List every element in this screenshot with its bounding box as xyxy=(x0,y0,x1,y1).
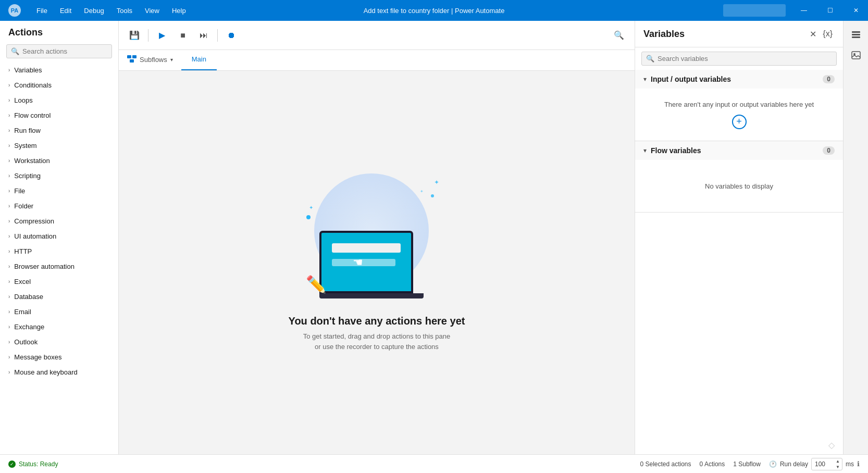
input-output-variables-header[interactable]: ▾ Input / output variables 0 xyxy=(635,70,843,89)
action-item-flow-control[interactable]: ›Flow control xyxy=(0,108,118,123)
action-item-variables[interactable]: ›Variables xyxy=(0,63,118,78)
run-delay-up[interactable]: ▲ xyxy=(834,458,842,464)
toolbar-separator-1 xyxy=(148,29,148,42)
action-item-message-boxes[interactable]: ›Message boxes xyxy=(0,350,118,365)
titlebar-left: PA File Edit Debug Tools View Help xyxy=(4,4,191,17)
run-delay-value: 100 xyxy=(812,459,834,469)
action-item-label: Email xyxy=(14,308,31,316)
menu-debug[interactable]: Debug xyxy=(79,5,109,17)
action-item-browser-automation[interactable]: ›Browser automation xyxy=(0,259,118,274)
action-item-file[interactable]: ›File xyxy=(0,183,118,198)
run-delay-arrows: ▲ ▼ xyxy=(834,458,842,470)
search-actions-input[interactable] xyxy=(22,47,107,55)
flow-variables-body: No variables to display xyxy=(635,160,843,212)
action-item-workstation[interactable]: ›Workstation xyxy=(0,153,118,168)
flow-variables-header[interactable]: ▾ Flow variables 0 xyxy=(635,141,843,160)
action-item-email[interactable]: ›Email xyxy=(0,304,118,319)
status-label: Status: Ready xyxy=(19,460,58,468)
minimize-button[interactable]: — xyxy=(792,0,816,21)
action-item-http[interactable]: ›HTTP xyxy=(0,244,118,259)
step-button[interactable]: ⏭ xyxy=(194,26,213,45)
titlebar: PA File Edit Debug Tools View Help Add t… xyxy=(0,0,868,21)
action-item-label: Folder xyxy=(14,202,33,210)
rail-image-button[interactable] xyxy=(847,46,865,65)
status-icon: ✓ xyxy=(8,460,16,468)
search-variables-input[interactable] xyxy=(658,55,832,63)
variables-code-button[interactable]: {x} xyxy=(821,27,835,41)
subflows-tab[interactable]: Subflows ▾ xyxy=(119,50,181,70)
info-icon: ℹ xyxy=(857,460,860,468)
action-item-folder[interactable]: ›Folder xyxy=(0,198,118,214)
action-item-compression[interactable]: ›Compression xyxy=(0,214,118,229)
menu-view[interactable]: View xyxy=(140,5,165,17)
action-item-outlook[interactable]: ›Outlook xyxy=(0,334,118,350)
close-button[interactable]: ✕ xyxy=(844,0,868,21)
cursor-icon: ☚ xyxy=(353,256,363,269)
chevron-right-icon: › xyxy=(8,128,10,133)
main-tab[interactable]: Main xyxy=(181,50,217,70)
menu-edit[interactable]: Edit xyxy=(55,5,77,17)
add-input-output-variable-button[interactable]: + xyxy=(732,115,747,129)
action-item-label: System xyxy=(14,142,36,150)
action-item-label: Excel xyxy=(14,278,31,285)
actions-panel: Actions 🔍 ›Variables›Conditionals›Loops›… xyxy=(0,21,119,454)
action-item-label: File xyxy=(14,187,25,195)
expand-icon-2: ▾ xyxy=(643,147,647,154)
subflow-count-label: 1 Subflow xyxy=(733,460,761,468)
menu-tools[interactable]: Tools xyxy=(111,5,138,17)
action-item-label: Flow control xyxy=(14,111,51,119)
maximize-button[interactable]: ☐ xyxy=(818,0,842,21)
search-button[interactable]: 🔍 xyxy=(610,26,628,45)
run-delay-unit: ms xyxy=(846,460,854,468)
input-output-variables-title: Input / output variables xyxy=(651,75,819,83)
action-item-exchange[interactable]: ›Exchange xyxy=(0,319,118,334)
svg-rect-6 xyxy=(852,52,860,59)
variables-search-box[interactable]: 🔍 xyxy=(641,52,837,66)
run-delay-input[interactable]: 100 ▲ ▼ xyxy=(811,458,842,470)
empty-sub-line2: or use the recorder to capture the actio… xyxy=(315,343,439,351)
titlebar-controls: — ☐ ✕ xyxy=(723,0,868,21)
run-button[interactable]: ▶ xyxy=(153,26,171,45)
variables-header-icons: ✕ {x} xyxy=(810,27,835,41)
record-button[interactable]: ⏺ xyxy=(222,26,241,45)
run-delay: 🕐 Run delay 100 ▲ ▼ ms ℹ xyxy=(769,458,860,470)
statusbar: ✓ Status: Ready 0 Selected actions 0 Act… xyxy=(0,454,868,473)
action-item-run-flow[interactable]: ›Run flow xyxy=(0,123,118,138)
chevron-right-icon: › xyxy=(8,97,10,103)
stop-button[interactable]: ■ xyxy=(173,26,192,45)
flow-variables-empty-text: No variables to display xyxy=(705,182,773,190)
flow-variables-title: Flow variables xyxy=(651,146,819,155)
save-button[interactable]: 💾 xyxy=(125,26,144,45)
action-item-loops[interactable]: ›Loops xyxy=(0,93,118,108)
action-item-excel[interactable]: ›Excel xyxy=(0,274,118,289)
diamond-icon: ◇ xyxy=(828,440,835,450)
action-item-system[interactable]: ›System xyxy=(0,138,118,153)
variables-close-button[interactable]: ✕ xyxy=(810,29,816,39)
menu-file[interactable]: File xyxy=(31,5,53,17)
chevron-right-icon: › xyxy=(8,354,10,360)
action-item-database[interactable]: ›Database xyxy=(0,289,118,304)
action-item-scripting[interactable]: ›Scripting xyxy=(0,168,118,183)
check-icon: ✓ xyxy=(10,462,14,467)
chevron-right-icon: › xyxy=(8,264,10,269)
tabs-row: Subflows ▾ Main xyxy=(119,50,635,70)
laptop-base xyxy=(319,293,424,298)
action-item-mouse-and-keyboard[interactable]: ›Mouse and keyboard xyxy=(0,365,118,380)
chevron-right-icon: › xyxy=(8,82,10,88)
toolbar-separator-2 xyxy=(217,29,218,42)
chevron-right-icon: › xyxy=(8,369,10,375)
run-delay-down[interactable]: ▼ xyxy=(834,464,842,470)
tabs-area: Subflows ▾ Main xyxy=(119,50,635,71)
star-icon-2: ✦ xyxy=(420,189,424,194)
chevron-right-icon: › xyxy=(8,113,10,118)
actions-search-box[interactable]: 🔍 xyxy=(6,44,112,58)
svg-rect-2 xyxy=(130,59,134,63)
rail-layers-button[interactable] xyxy=(847,25,865,44)
action-item-conditionals[interactable]: ›Conditionals xyxy=(0,78,118,93)
action-item-label: Database xyxy=(14,293,43,301)
action-item-ui-automation[interactable]: ›UI automation xyxy=(0,229,118,244)
variables-panel-title: Variables xyxy=(643,29,685,40)
empty-state-text: You don't have any actions here yet To g… xyxy=(289,315,465,352)
clock-icon: 🕐 xyxy=(769,460,777,468)
menu-help[interactable]: Help xyxy=(167,5,191,17)
